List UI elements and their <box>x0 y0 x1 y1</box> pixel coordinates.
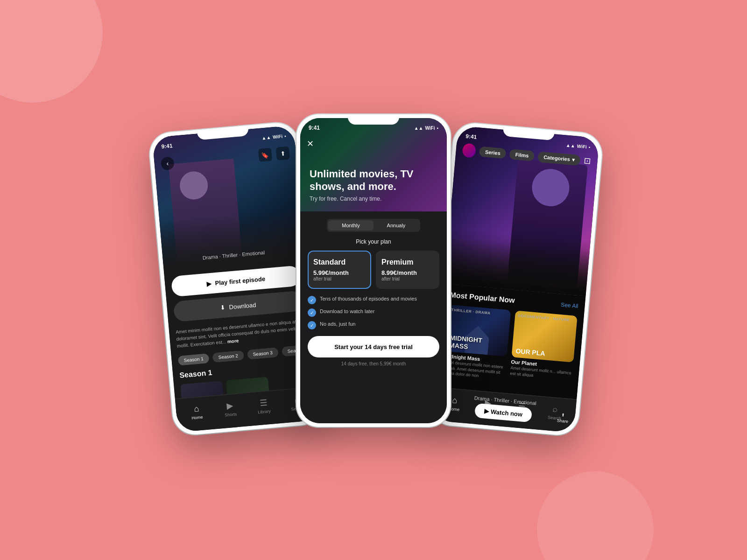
feature-text-2: Download to watch later <box>320 308 374 315</box>
hero-subtitle: Try for free. Cancel any time. <box>310 196 437 202</box>
battery-icon-m: ▪ <box>437 126 438 131</box>
phone-right: 9:41 ▲▲ WiFi ▪ Series Films Categories ▾ <box>428 122 603 437</box>
hero-text: Unlimited movies, TV shows, and more. Tr… <box>310 168 437 202</box>
nav-library[interactable]: ☰ Library <box>246 396 281 415</box>
season-tab-3[interactable]: Season 3 <box>247 347 279 360</box>
trial-button[interactable]: Start your 14 days free trial <box>308 336 439 357</box>
signal-icon-m: ▲▲ <box>414 126 423 131</box>
status-time-right: 9:41 <box>465 133 477 140</box>
phone2-content: ✕ Unlimited movies, TV shows, and more. … <box>300 118 447 423</box>
planet-badge: DOCUMENTARY · NATURE <box>518 314 570 322</box>
billing-monthly[interactable]: Monthly <box>328 220 374 231</box>
our-planet-card-title: OUR PLA <box>515 347 545 357</box>
most-popular-title: Most Popular Now <box>450 291 515 305</box>
check-icon-3: ✓ <box>308 321 316 329</box>
share-icon: ⬆ <box>561 413 565 418</box>
season-tab-2[interactable]: Season 2 <box>212 350 244 363</box>
phone1-body: ▶ Play first episode ⬇ Download Amet min… <box>163 255 316 399</box>
phone-middle: ✕ Unlimited movies, TV shows, and more. … <box>296 114 451 427</box>
billing-annualy[interactable]: Annualy <box>374 220 419 231</box>
bookmark-icon[interactable]: 🔖 <box>258 148 272 162</box>
home-label: Home <box>191 414 203 420</box>
midnight-mass-card-wrapper: THRILLER · DRAMA MIDNIGHTMASS Midnight M… <box>443 305 511 381</box>
chevron-down-icon: ▾ <box>571 156 575 162</box>
close-button[interactable]: ✕ <box>307 139 314 149</box>
plan-standard-after: after trial <box>313 276 366 281</box>
planet-info: Our Planet Amet deserunt mollit n... ull… <box>510 359 573 382</box>
cast-icon[interactable]: ⊡ <box>584 155 592 166</box>
feature-1: ✓ Tens of thousands of episodes and movi… <box>308 295 439 304</box>
more-link[interactable]: more <box>227 338 239 344</box>
share-icon[interactable]: ⬆ <box>276 146 290 160</box>
phone-inner-left: 9:41 ▲▲ WiFi ▪ ‹ <box>152 125 319 432</box>
plan-premium-price: 8.99€/month <box>381 269 434 276</box>
wifi-icon: WiFi <box>273 133 283 140</box>
hero3-person <box>507 159 588 286</box>
feature-2: ✓ Download to watch later <box>308 308 439 317</box>
nav-shorts[interactable]: ▶ Shorts <box>213 399 248 418</box>
plan-picker-label: Pick your plan <box>308 238 439 245</box>
midnight-info: Midnight Mass Amet deserunt mollit non e… <box>443 353 507 381</box>
battery-icon: ▪ <box>284 133 286 138</box>
plan-standard-price: 5.99€/month <box>313 269 366 276</box>
signal-icon-r: ▲▲ <box>566 142 576 148</box>
plan-cards: Standard 5.99€/month after trial Premium… <box>308 251 439 289</box>
user-avatar[interactable] <box>462 143 476 158</box>
phone3-content: 9:41 ▲▲ WiFi ▪ Series Films Categories ▾ <box>432 126 599 433</box>
status-icons-middle: ▲▲ WiFi ▪ <box>414 126 438 131</box>
notch-middle <box>348 114 399 125</box>
phone-inner-middle: ✕ Unlimited movies, TV shows, and more. … <box>300 118 447 423</box>
status-time-left: 9:41 <box>161 142 173 150</box>
nav-home[interactable]: ⌂ Home <box>179 402 214 421</box>
feature-text-3: No ads, just fun <box>320 321 355 328</box>
phone-inner-right: 9:41 ▲▲ WiFi ▪ Series Films Categories ▾ <box>432 126 599 433</box>
library-label: Library <box>258 409 271 414</box>
status-icons-left: ▲▲ WiFi ▪ <box>261 133 286 140</box>
feature-list: ✓ Tens of thousands of episodes and movi… <box>308 295 439 329</box>
billing-toggle: Monthly Annualy <box>327 219 420 232</box>
pill-films[interactable]: Films <box>509 149 535 161</box>
phone2-body: Monthly Annualy Pick your plan Standard … <box>300 211 447 423</box>
trial-note: 14 days free, then 5,99€ month <box>308 361 439 366</box>
plan-standard-name: Standard <box>313 258 366 266</box>
feature-3: ✓ No ads, just fun <box>308 321 439 329</box>
see-all-link[interactable]: See All <box>561 301 578 309</box>
plan-standard[interactable]: Standard 5.99€/month after trial <box>308 251 371 289</box>
play-icon: ▶ <box>206 280 211 287</box>
phone3-body: Most Popular Now See All THRILLER · DRAM… <box>435 284 585 399</box>
our-planet-card-wrapper: DOCUMENTARY · NATURE OUR PLA Our Planet … <box>509 310 578 387</box>
check-icon-2: ✓ <box>308 308 316 317</box>
status-time-middle: 9:41 <box>309 125 320 131</box>
phone1-content: 9:41 ▲▲ WiFi ▪ ‹ <box>152 125 319 432</box>
shorts-label: Shorts <box>225 412 237 417</box>
plan-premium[interactable]: Premium 8.99€/month after trial <box>376 251 439 289</box>
description-text: Amet minim mollit non es deserunt ullamc… <box>176 317 306 350</box>
battery-icon-r: ▪ <box>588 144 590 149</box>
wifi-icon-m: WiFi <box>425 126 435 131</box>
library-icon: ☰ <box>259 398 268 408</box>
pill-series[interactable]: Series <box>479 146 507 159</box>
midnight-card-title: MIDNIGHTMASS <box>449 335 483 352</box>
pill-categories[interactable]: Categories ▾ <box>537 151 581 166</box>
feature-text-1: Tens of thousands of episodes and movies <box>320 295 417 302</box>
midnight-badge: THRILLER · DRAMA <box>451 308 490 315</box>
shorts-icon: ▶ <box>226 400 234 411</box>
plan-premium-name: Premium <box>381 258 434 266</box>
share-action[interactable]: ⬆ Share <box>557 412 569 424</box>
home-icon: ⌂ <box>193 404 199 414</box>
status-icons-right: ▲▲ WiFi ▪ <box>566 142 591 150</box>
download-icon: ⬇ <box>220 304 226 311</box>
hero-title: Unlimited movies, TV shows, and more. <box>310 168 437 193</box>
season-tab-1[interactable]: Season 1 <box>178 353 210 366</box>
header-icons: 🔖 ⬆ <box>258 146 290 162</box>
signal-icon: ▲▲ <box>261 134 271 140</box>
check-icon-1: ✓ <box>308 296 316 304</box>
plan-premium-after: after trial <box>381 276 434 281</box>
midnight-mass-card[interactable]: THRILLER · DRAMA MIDNIGHTMASS <box>445 305 511 357</box>
phones-container: 9:41 ▲▲ WiFi ▪ ‹ <box>47 124 700 436</box>
wifi-icon-r: WiFi <box>577 143 587 149</box>
content-grid: THRILLER · DRAMA MIDNIGHTMASS Midnight M… <box>443 305 577 387</box>
our-planet-card[interactable]: DOCUMENTARY · NATURE OUR PLA <box>512 310 578 362</box>
